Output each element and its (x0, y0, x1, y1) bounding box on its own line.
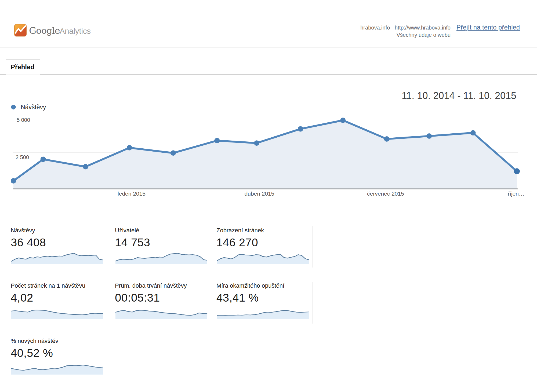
metric-sparkline (11, 305, 104, 320)
metric-label: Prům. doba trvání návštěvy (115, 282, 211, 289)
metric-value: 40,52 % (11, 347, 106, 360)
metric-label: Počet stránek na 1 návštěvu (11, 282, 106, 289)
card-divider (107, 282, 107, 324)
card-divider (214, 282, 214, 324)
x-axis-tick-leden: leden 2015 (118, 190, 146, 197)
card-divider (107, 337, 107, 379)
metric-sparkline (216, 305, 309, 320)
x-axis-tick-rijen: říjen… (508, 190, 524, 197)
metric-card-visits: Návštěvy 36 408 (11, 227, 106, 265)
metric-value: 43,41 % (216, 291, 312, 304)
card-divider (313, 282, 313, 324)
metric-card-pages-per-visit: Počet stránek na 1 návštěvu 4,02 (11, 282, 106, 320)
y-axis-tick-2500: 2 500 (16, 154, 29, 160)
metric-card-avg-duration: Prům. doba trvání návštěvy 00:05:31 (115, 282, 211, 320)
x-axis-tick-duben: duben 2015 (245, 190, 274, 197)
metric-label: Míra okamžitého opuštění (216, 282, 312, 289)
card-divider (107, 226, 107, 268)
metric-card-pageviews: Zobrazení stránek 146 270 (216, 227, 312, 265)
metric-sparkline (115, 305, 208, 320)
metric-card-new-visits: % nových návštěv 40,52 % (11, 338, 106, 375)
metric-value: 14 753 (115, 236, 211, 249)
metric-sparkline (216, 250, 309, 265)
tab-overview-label: Přehled (11, 63, 34, 71)
card-divider (313, 226, 313, 268)
logo-google-wordmark: Google (29, 25, 60, 36)
go-to-report-link[interactable]: Přejít na tento přehled (456, 24, 520, 31)
metric-label: Návštěvy (11, 227, 106, 234)
metric-sparkline (115, 250, 208, 265)
analytics-report-page: Google Analytics hrabova.info - http://w… (0, 0, 537, 392)
metric-card-users: Uživatelé 14 753 (115, 227, 211, 265)
metric-label: % nových návštěv (11, 338, 106, 345)
metric-sparkline (11, 361, 104, 375)
legend-series-label: Návštěvy (21, 104, 46, 111)
x-axis-tick-cervenec: červenec 2015 (367, 190, 404, 197)
card-divider (214, 226, 214, 268)
metric-label: Zobrazení stránek (216, 227, 312, 234)
visits-chart-svg[interactable] (0, 114, 537, 195)
metric-sparkline (11, 250, 104, 265)
metric-value: 146 270 (216, 236, 312, 249)
date-range: 11. 10. 2014 - 11. 10. 2015 (328, 90, 516, 101)
metric-value: 36 408 (11, 236, 106, 249)
account-view-name: Všechny údaje o webu (316, 32, 451, 38)
legend-series-dot-icon (11, 105, 16, 109)
tabbar-bottom-border (0, 74, 537, 75)
metric-label: Uživatelé (115, 227, 211, 234)
logo-analytics-wordmark: Analytics (60, 27, 91, 36)
header-divider (0, 47, 537, 47)
account-site-title: hrabova.info - http://www.hrabova.info (316, 25, 451, 31)
y-axis-tick-5000: 5 000 (17, 117, 30, 123)
metric-value: 4,02 (11, 291, 106, 304)
visits-timeseries-chart[interactable] (0, 114, 537, 195)
tab-overview[interactable]: Přehled (6, 59, 40, 75)
metric-value: 00:05:31 (115, 291, 211, 304)
google-analytics-logo-icon (14, 24, 27, 36)
metric-card-bounce-rate: Míra okamžitého opuštění 43,41 % (216, 282, 312, 320)
